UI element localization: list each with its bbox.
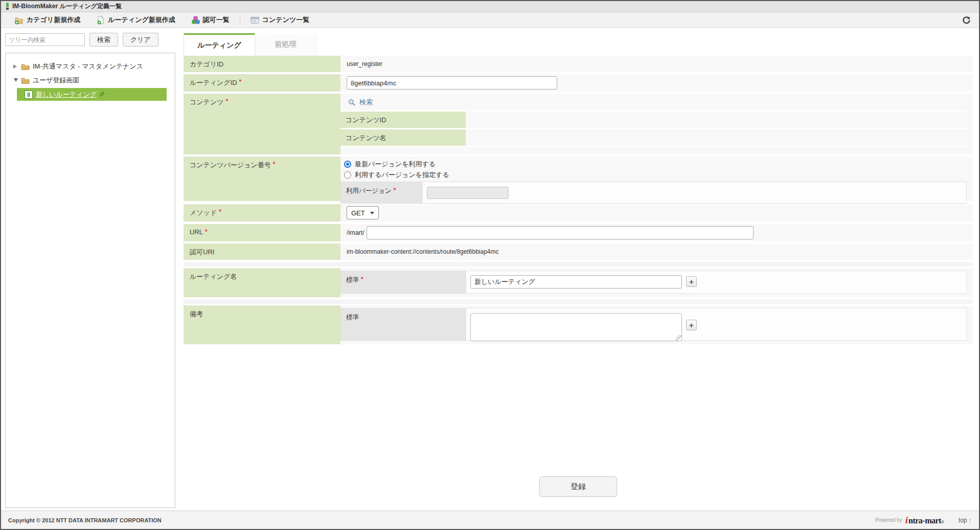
- row-method: メソッド* GET: [184, 204, 973, 222]
- tree-node-user-register[interactable]: ユーザ登録画面: [6, 73, 175, 87]
- row-content-version: コンテンツバージョン番号* 最新バージョンを利用する 利用するバージョンを指定す…: [184, 157, 973, 201]
- use-version-input[interactable]: [427, 187, 509, 199]
- tree-node-im-common-master[interactable]: IM-共通マスタ - マスタメンテナンス: [6, 59, 175, 73]
- routing-id-cell: [340, 74, 973, 92]
- field-label: URL*: [184, 224, 340, 241]
- page-title: IM-BloomMaker ルーティング定義一覧: [12, 2, 122, 11]
- tab-routing[interactable]: ルーティング: [184, 33, 255, 56]
- contents-list-icon: [250, 16, 259, 24]
- row-routing-id: ルーティングID*: [184, 74, 973, 92]
- intra-mart-logo: i ntra-mart ®: [905, 515, 944, 526]
- new-category-button[interactable]: カテゴリ新規作成: [6, 12, 88, 28]
- category-id-value: user_register: [340, 56, 973, 72]
- content-name-value: [466, 129, 967, 146]
- tree-node-label: ユーザ登録画面: [33, 76, 80, 85]
- standard-label-cell: 標準: [341, 308, 466, 340]
- url-input[interactable]: [367, 226, 754, 239]
- method-cell: GET: [340, 204, 973, 222]
- field-label: 認可URI: [184, 244, 340, 260]
- toolbar-item-label: コンテンツ一覧: [262, 15, 310, 25]
- content-search-link[interactable]: 検索: [359, 98, 373, 107]
- method-select[interactable]: GET: [347, 206, 379, 219]
- add-locale-button[interactable]: +: [686, 320, 697, 330]
- required-mark: *: [239, 78, 242, 85]
- chevron-down-icon: [370, 212, 374, 214]
- radio-selected-icon[interactable]: [344, 161, 351, 168]
- field-label: カテゴリID: [184, 56, 340, 72]
- radio-unselected-icon[interactable]: [344, 171, 351, 179]
- row-auth-uri: 認可URI im-bloommaker-content://contents/r…: [184, 244, 973, 260]
- contents-list-button[interactable]: コンテンツ一覧: [242, 12, 318, 28]
- top-link-label: top: [959, 517, 967, 524]
- title-bar: IM-BloomMaker ルーティング定義一覧: [1, 1, 979, 12]
- search-icon: [348, 99, 356, 106]
- field-label: ルーティング名: [184, 268, 340, 297]
- authz-list-icon: [192, 16, 200, 24]
- folder-icon: [21, 77, 30, 84]
- tree-panel: IM-共通マスタ - マスタメンテナンス ユーザ登録画面 8 新しいルーティング…: [5, 53, 175, 508]
- authz-list-button[interactable]: 認可一覧: [184, 12, 238, 28]
- refresh-button[interactable]: [962, 16, 971, 25]
- edit-pencil-icon[interactable]: ✎: [99, 90, 105, 99]
- toolbar-item-label: 認可一覧: [203, 15, 230, 25]
- required-mark: *: [205, 228, 208, 235]
- search-button[interactable]: 検索: [89, 33, 118, 47]
- routing-name-area: 標準* +: [340, 268, 973, 297]
- radio-option-specify[interactable]: 利用するバージョンを指定する: [344, 170, 973, 180]
- method-selected-value: GET: [351, 209, 365, 217]
- content-name-row: コンテンツ名: [340, 129, 967, 147]
- add-locale-button[interactable]: +: [686, 276, 697, 287]
- tab-preprocess[interactable]: 前処理: [255, 33, 316, 56]
- chevron-down-icon[interactable]: [14, 78, 18, 82]
- tab-bar: ルーティング 前処理: [184, 33, 973, 56]
- use-version-box: 利用バージョン*: [340, 182, 967, 204]
- back-to-top-link[interactable]: top ↑: [959, 516, 972, 524]
- url-prefix: /imart/: [347, 229, 364, 236]
- logo-swirl-icon: i: [905, 515, 908, 526]
- field-label: コンテンツ*: [184, 94, 340, 154]
- routing-name-input[interactable]: [470, 275, 682, 289]
- auth-uri-value: im-bloommaker-content://contents/route/8…: [340, 244, 973, 260]
- category-add-icon: [14, 16, 24, 25]
- content-area: 検索 クリア IM-共通マスタ - マスタメンテナンス: [1, 29, 979, 511]
- row-routing-name: ルーティング名 標準* +: [184, 268, 973, 297]
- routing-id-input[interactable]: [347, 76, 557, 90]
- field-label: メソッド*: [184, 204, 340, 222]
- content-search-row: 検索: [340, 95, 967, 112]
- powered-by-text: Powered by: [875, 517, 902, 523]
- logo-registered-mark: ®: [941, 520, 944, 524]
- content-version-value-area: 最新バージョンを利用する 利用するバージョンを指定する 利用バージョン*: [340, 157, 973, 201]
- toolbar-item-label: カテゴリ新規作成: [27, 15, 80, 25]
- clear-button[interactable]: クリア: [123, 33, 158, 47]
- row-gap-band: [184, 262, 973, 267]
- refresh-icon: [962, 16, 971, 25]
- up-arrow-icon: ↑: [969, 516, 972, 524]
- content-id-value: [466, 112, 967, 128]
- toolbar-separator: [240, 15, 240, 25]
- main-panel: ルーティング 前処理 カテゴリID user_register ルーティングID…: [184, 33, 973, 497]
- content-value-area: 検索 コンテンツID コンテンツ名: [340, 94, 973, 154]
- logo-text: ntra-mart: [908, 516, 941, 525]
- routing-add-icon: [97, 16, 105, 25]
- tree-search-input[interactable]: [5, 33, 85, 46]
- footer: Copyright © 2012 NTT DATA INTRAMART CORP…: [1, 511, 979, 529]
- url-cell: /imart/: [340, 224, 973, 241]
- tree-node-new-routing-selected[interactable]: 8 新しいルーティング ✎: [17, 88, 167, 101]
- radio-label: 最新バージョンを利用する: [355, 160, 436, 169]
- required-mark: *: [361, 276, 363, 283]
- content-name-label: コンテンツ名: [340, 129, 466, 146]
- row-content: コンテンツ* 検索 コンテンツID: [184, 94, 973, 154]
- row-url: URL* /imart/: [184, 224, 973, 241]
- row-gap-band: [184, 299, 973, 304]
- radio-label: 利用するバージョンを指定する: [355, 170, 449, 180]
- register-button[interactable]: 登録: [539, 476, 617, 497]
- tree-node-label: IM-共通マスタ - マスタメンテナンス: [33, 62, 143, 71]
- note-textarea[interactable]: [470, 313, 682, 341]
- chevron-right-icon[interactable]: [13, 64, 17, 69]
- field-label: コンテンツバージョン番号*: [184, 157, 340, 201]
- radio-option-latest[interactable]: 最新バージョンを利用する: [344, 160, 973, 169]
- content-id-row: コンテンツID: [340, 112, 967, 129]
- toolbar: カテゴリ新規作成 ルーティング新規作成 認可一覧: [1, 12, 979, 28]
- new-routing-button[interactable]: ルーティング新規作成: [88, 12, 184, 28]
- field-label: ルーティングID*: [184, 74, 340, 92]
